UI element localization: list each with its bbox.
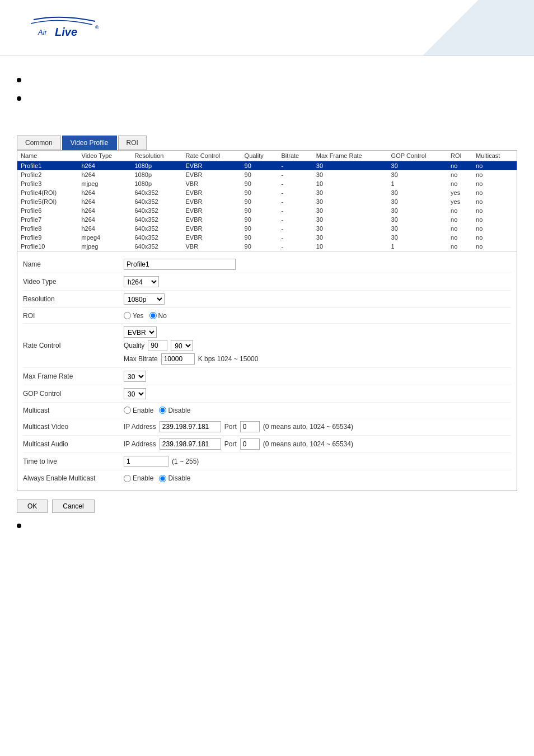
table-cell: 90 bbox=[241, 206, 278, 215]
multicast-disable-label: Disable bbox=[168, 407, 190, 414]
ma-ip-input[interactable] bbox=[160, 438, 221, 450]
table-row[interactable]: Profile2h2641080pEVBR90-3030nono bbox=[17, 170, 517, 179]
video-type-select[interactable]: h264 mjpeg mpeg4 bbox=[124, 276, 159, 287]
bullet-section-3 bbox=[17, 521, 517, 531]
header: Air Live ® bbox=[0, 0, 534, 56]
multicast-disable-radio[interactable]: Disable bbox=[159, 407, 190, 414]
table-cell: Profile1 bbox=[17, 161, 78, 171]
maxbitrate-input[interactable] bbox=[161, 353, 195, 365]
max-frame-rate-select[interactable]: 30 25 20 15 10 5 1 bbox=[124, 371, 146, 382]
roi-yes-radio[interactable]: Yes bbox=[124, 312, 144, 320]
table-row[interactable]: Profile1h2641080pEVBR90-3030nono bbox=[17, 161, 517, 171]
table-row[interactable]: Profile4(ROI)h264640x352EVBR90-3030yesno bbox=[17, 188, 517, 197]
table-row[interactable]: Profile5(ROI)h264640x352EVBR90-3030yesno bbox=[17, 197, 517, 206]
resolution-control: 1080p 720p 640x352 320x176 bbox=[124, 293, 511, 305]
tab-roi[interactable]: ROI bbox=[118, 136, 147, 150]
roi-no-radio[interactable]: No bbox=[149, 312, 167, 320]
multicast-enable-input[interactable] bbox=[124, 407, 131, 414]
ma-port-input[interactable] bbox=[240, 438, 260, 450]
table-cell: no bbox=[472, 188, 517, 197]
multicast-audio-label: Multicast Audio bbox=[23, 440, 124, 448]
table-row[interactable]: Profile10mjpeg640x352VBR90-101nono bbox=[17, 242, 517, 251]
table-cell: 90 bbox=[241, 215, 278, 224]
gop-select[interactable]: 30 25 20 15 10 5 1 bbox=[124, 388, 146, 399]
profile-form: Name Video Type h264 mjpeg mpeg4 Re bbox=[17, 251, 517, 491]
tab-common[interactable]: Common bbox=[17, 136, 61, 150]
evbr-select[interactable]: EVBR VBR CBR bbox=[124, 326, 157, 338]
form-row-gop: GOP Control 30 25 20 15 10 5 1 bbox=[23, 385, 511, 403]
multicast-video-control: IP Address Port (0 means auto, 1024 ~ 65… bbox=[124, 421, 511, 432]
roi-yes-input[interactable] bbox=[124, 312, 131, 319]
table-row[interactable]: Profile8h264640x352EVBR90-3030nono bbox=[17, 224, 517, 233]
quality-input[interactable] bbox=[148, 340, 167, 351]
table-cell: 30 bbox=[388, 224, 448, 233]
table-cell: Profile7 bbox=[17, 215, 78, 224]
table-cell: - bbox=[278, 179, 312, 188]
resolution-select[interactable]: 1080p 720p 640x352 320x176 bbox=[124, 293, 165, 305]
rate-control-label: Rate Control bbox=[23, 342, 124, 349]
bullet-text-2 bbox=[27, 94, 517, 124]
rate-control-control: EVBR VBR CBR Quality 90 80 70 bbox=[124, 326, 511, 365]
table-cell: 30 bbox=[313, 161, 388, 171]
table-cell: no bbox=[472, 215, 517, 224]
table-cell: Profile9 bbox=[17, 233, 78, 242]
table-cell: - bbox=[278, 242, 312, 251]
bullet-dot-3 bbox=[17, 524, 21, 528]
table-cell: 640x352 bbox=[131, 215, 182, 224]
table-cell: - bbox=[278, 161, 312, 171]
table-cell: no bbox=[472, 233, 517, 242]
cancel-button[interactable]: Cancel bbox=[52, 500, 94, 513]
quality-select[interactable]: 90 80 70 bbox=[171, 340, 193, 351]
table-cell: Profile6 bbox=[17, 206, 78, 215]
always-enable-enable-radio[interactable]: Enable bbox=[124, 474, 153, 482]
table-cell: - bbox=[278, 188, 312, 197]
maxbitrate-label: Max Bitrate bbox=[124, 355, 158, 363]
table-cell: EVBR bbox=[182, 224, 241, 233]
time-to-live-input[interactable] bbox=[124, 456, 168, 467]
form-row-multicast-audio: Multicast Audio IP Address Port (0 means… bbox=[23, 436, 511, 453]
table-cell: 1080p bbox=[131, 170, 182, 179]
mv-ip-input[interactable] bbox=[160, 421, 221, 432]
table-header: Name Video Type Resolution Rate Control … bbox=[17, 151, 517, 161]
table-cell: 1 bbox=[388, 179, 448, 188]
multicast-enable-radio[interactable]: Enable bbox=[124, 407, 153, 414]
always-enable-label: Always Enable Multicast bbox=[23, 474, 124, 482]
table-cell: no bbox=[447, 179, 472, 188]
always-enable-enable-input[interactable] bbox=[124, 475, 131, 482]
always-enable-disable-input[interactable] bbox=[159, 475, 166, 482]
main-content: Common Video Profile ROI Name Video Type… bbox=[0, 56, 534, 551]
table-cell: h264 bbox=[78, 188, 132, 197]
form-row-max-frame-rate: Max Frame Rate 30 25 20 15 10 5 1 bbox=[23, 368, 511, 385]
table-cell: yes bbox=[447, 197, 472, 206]
ok-button[interactable]: OK bbox=[17, 500, 48, 513]
table-cell: 640x352 bbox=[131, 224, 182, 233]
multicast-disable-input[interactable] bbox=[159, 407, 166, 414]
col-max-frame-rate: Max Frame Rate bbox=[313, 151, 388, 161]
table-cell: 30 bbox=[388, 197, 448, 206]
tab-video-profile[interactable]: Video Profile bbox=[62, 136, 117, 150]
maxbitrate-row: Max Bitrate K bps 1024 ~ 15000 bbox=[124, 353, 258, 365]
always-enable-disable-radio[interactable]: Disable bbox=[159, 474, 190, 482]
table-cell: 90 bbox=[241, 170, 278, 179]
max-frame-rate-label: Max Frame Rate bbox=[23, 372, 124, 380]
profile-table-wrapper[interactable]: Name Video Type Resolution Rate Control … bbox=[17, 151, 517, 251]
table-cell: 30 bbox=[388, 188, 448, 197]
table-row[interactable]: Profile7h264640x352EVBR90-3030nono bbox=[17, 215, 517, 224]
table-row[interactable]: Profile9mpeg4640x352EVBR90-3030nono bbox=[17, 233, 517, 242]
roi-no-input[interactable] bbox=[149, 312, 157, 319]
quality-label: Quality bbox=[124, 342, 144, 349]
table-cell: h264 bbox=[78, 161, 132, 171]
table-cell: 30 bbox=[388, 161, 448, 171]
table-cell: - bbox=[278, 215, 312, 224]
form-row-name: Name bbox=[23, 256, 511, 273]
mv-port-input[interactable] bbox=[240, 421, 260, 432]
bullet-section-2 bbox=[17, 94, 517, 124]
kbps-hint: K bps 1024 ~ 15000 bbox=[198, 355, 259, 363]
table-cell: 640x352 bbox=[131, 197, 182, 206]
multicast-label: Multicast bbox=[23, 407, 124, 414]
table-cell: no bbox=[447, 242, 472, 251]
table-row[interactable]: Profile6h264640x352EVBR90-3030nono bbox=[17, 206, 517, 215]
name-input[interactable] bbox=[124, 259, 236, 270]
bullet-dot-2 bbox=[17, 96, 21, 101]
table-row[interactable]: Profile3mjpeg1080pVBR90-101nono bbox=[17, 179, 517, 188]
